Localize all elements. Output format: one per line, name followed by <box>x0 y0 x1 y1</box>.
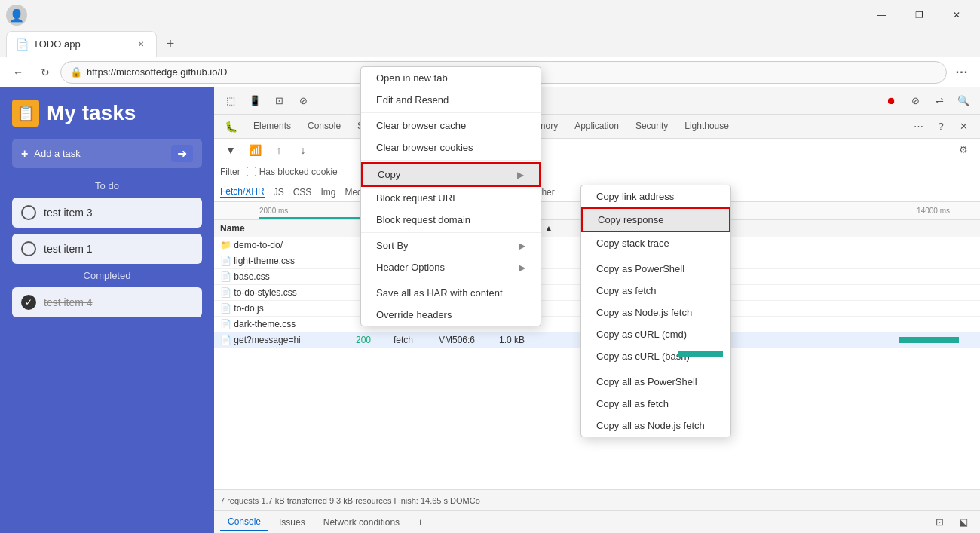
submenu-copy-as-curl-cmd[interactable]: Copy as cURL (cmd) <box>581 323 730 345</box>
task-checkbox-4[interactable]: ✓ <box>21 295 36 310</box>
bottom-tabs: Console Issues Network conditions + ⊡ ⬕ <box>214 510 980 533</box>
submenu-copy-as-powershell[interactable]: Copy as PowerShell <box>581 258 730 280</box>
inspect-element-btn[interactable]: ⬚ <box>220 90 241 112</box>
todo-title: My tasks <box>47 101 136 125</box>
submenu-copy-stack-trace[interactable]: Copy stack trace <box>581 232 730 254</box>
restore-button[interactable]: ❐ <box>902 3 936 27</box>
task-checkbox-1[interactable] <box>21 241 36 256</box>
more-button[interactable]: ··· <box>950 60 974 84</box>
record-btn[interactable]: ⏺ <box>880 90 902 112</box>
add-task-arrow: ➜ <box>171 145 193 162</box>
context-menu-header-options[interactable]: Header Options ▶ <box>361 256 541 278</box>
completed-section-label: Completed <box>12 270 202 281</box>
file-icon-4: 📄 <box>220 303 231 314</box>
file-icon-2: 📄 <box>220 271 231 282</box>
task-item-1[interactable]: test item 1 <box>12 234 202 264</box>
submenu-copy-link-address[interactable]: Copy link address <box>581 185 730 207</box>
context-menu-block-domain[interactable]: Block request domain <box>361 209 541 231</box>
tab-security[interactable]: Security <box>628 118 675 136</box>
task-item-4[interactable]: ✓ test item 4 <box>12 287 202 317</box>
clear-btn[interactable]: ⊘ <box>905 90 926 112</box>
type-filter-css[interactable]: CSS <box>293 187 312 198</box>
console-drawer-btn[interactable]: ⊡ <box>268 90 289 112</box>
context-menu[interactable]: Open in new tab Edit and Resend Clear br… <box>360 66 541 326</box>
filter-btn[interactable]: ⇌ <box>929 90 950 112</box>
submenu-copy-as-curl-bash[interactable]: Copy as cURL (bash) <box>581 345 730 367</box>
copy-submenu[interactable]: Copy link address Copy response Copy sta… <box>580 185 731 437</box>
settings-btn-2[interactable]: ⊘ <box>292 90 314 112</box>
back-button[interactable]: ← <box>6 60 30 84</box>
import-har-btn[interactable]: ↓ <box>292 139 314 161</box>
type-filter-img[interactable]: Img <box>320 187 335 198</box>
bottom-tab-add[interactable]: + <box>410 514 430 531</box>
context-menu-edit-resend-label: Edit and Resend <box>376 94 449 106</box>
context-menu-clear-cache-label: Clear browser cache <box>376 120 466 131</box>
dock-icon[interactable]: ⬕ <box>953 512 974 533</box>
tab-lighthouse[interactable]: Lighthouse <box>677 118 737 136</box>
refresh-button[interactable]: ↻ <box>33 60 57 84</box>
bottom-tab-issues[interactable]: Issues <box>271 514 313 531</box>
type-filter-js[interactable]: JS <box>274 187 284 198</box>
context-menu-clear-cookies[interactable]: Clear browser cookies <box>361 136 541 158</box>
type-filter-fetch-xhr[interactable]: Fetch/XHR <box>220 186 265 198</box>
context-menu-copy[interactable]: Copy ▶ <box>361 162 541 187</box>
context-menu-override-headers-label: Override headers <box>376 309 452 320</box>
file-name-5: 📄 dark-theme.css <box>220 319 356 329</box>
search-btn[interactable]: 🔍 <box>953 90 974 112</box>
bottom-tab-network-conditions[interactable]: Network conditions <box>316 514 407 531</box>
submenu-copy-response[interactable]: Copy response <box>581 207 730 232</box>
submenu-copy-as-nodejs-fetch[interactable]: Copy as Node.js fetch <box>581 302 730 323</box>
submenu-copy-as-fetch[interactable]: Copy as fetch <box>581 280 730 302</box>
help-btn[interactable]: ? <box>930 116 951 137</box>
context-menu-open-new-tab[interactable]: Open in new tab <box>361 67 541 89</box>
submenu-copy-all-powershell[interactable]: Copy all as PowerShell <box>581 371 730 393</box>
blocked-cookie-checkbox[interactable] <box>247 167 256 176</box>
devtools-tabs: 🐛 Elements Console Sources Network Perfo… <box>214 115 980 139</box>
clear-log-btn[interactable]: ↑ <box>268 139 289 161</box>
context-menu-sort-by[interactable]: Sort By ▶ <box>361 234 541 256</box>
col-header-name: Name <box>220 223 356 234</box>
task-text-3: test item 3 <box>44 207 93 219</box>
file-status-6: 200 <box>356 335 394 345</box>
timeline-marker-2000: 2000 ms <box>259 207 288 215</box>
bottom-tab-console[interactable]: Console <box>220 513 268 531</box>
submenu-copy-all-fetch[interactable]: Copy all as fetch <box>581 393 730 415</box>
file-name-1: 📄 light-theme.css <box>220 256 356 266</box>
preserve-log-btn[interactable]: 📶 <box>244 139 265 161</box>
more-tabs-btn[interactable]: ⋯ <box>908 116 929 137</box>
context-menu-override-headers[interactable]: Override headers <box>361 304 541 326</box>
task-checkbox-3[interactable] <box>21 205 36 220</box>
context-menu-open-new-tab-label: Open in new tab <box>376 72 448 84</box>
submenu-divider-1 <box>581 256 730 256</box>
context-menu-save-har[interactable]: Save all as HAR with content <box>361 282 541 304</box>
close-devtools-btn[interactable]: ✕ <box>953 116 974 137</box>
context-menu-block-url[interactable]: Block request URL <box>361 187 541 209</box>
task-item-3[interactable]: test item 3 <box>12 198 202 228</box>
tab-console[interactable]: Console <box>300 118 348 136</box>
divider-3 <box>361 232 541 233</box>
tab-close-button[interactable]: ✕ <box>135 38 147 51</box>
settings-icon[interactable]: ⚙ <box>953 139 974 161</box>
title-bar: 👤 — ❐ ✕ <box>0 0 980 30</box>
tab-elements[interactable]: Elements <box>246 118 299 136</box>
submenu-copy-all-nodejs-fetch[interactable]: Copy all as Node.js fetch <box>581 415 730 437</box>
device-emulation-btn[interactable]: 📱 <box>244 90 265 112</box>
file-icon-6: 📄 <box>220 335 231 345</box>
context-menu-clear-cache[interactable]: Clear browser cache <box>361 115 541 136</box>
has-blocked-cookie-filter[interactable]: Has blocked cookie <box>247 167 338 177</box>
record-network-btn[interactable]: ▼ <box>220 139 241 161</box>
new-tab-button[interactable]: + <box>160 33 181 54</box>
todo-section-label: To do <box>12 180 202 191</box>
tab-bar: 📄 TODO app ✕ + <box>0 30 980 57</box>
close-button[interactable]: ✕ <box>939 3 974 27</box>
file-size-6: 1.0 kB <box>499 335 544 345</box>
context-menu-sort-by-label: Sort By <box>376 240 409 251</box>
devtools-toolbar: ⬚ 📱 ⊡ ⊘ ⏺ ⊘ ⇌ 🔍 <box>214 87 980 115</box>
context-menu-edit-resend[interactable]: Edit and Resend <box>361 89 541 111</box>
add-task-button[interactable]: + Add a task ➜ <box>12 139 202 168</box>
detach-icon[interactable]: ⊡ <box>929 512 950 533</box>
waterfall-bar-6 <box>899 337 959 343</box>
active-tab[interactable]: 📄 TODO app ✕ <box>6 31 157 57</box>
tab-application[interactable]: Application <box>567 118 626 136</box>
minimize-button[interactable]: — <box>864 3 899 27</box>
